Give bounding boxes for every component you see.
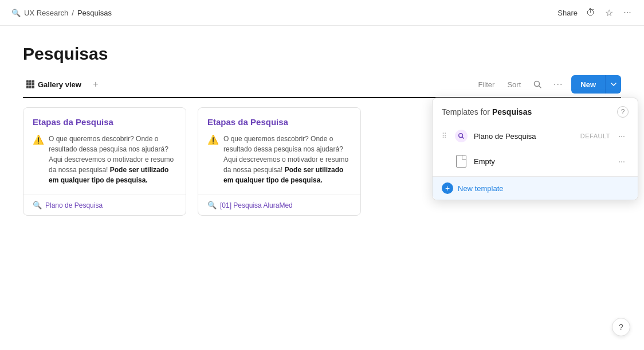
card-body-1: Etapas da Pesquisa ⚠️ O que queremos des… xyxy=(23,108,186,195)
template-icon-2 xyxy=(453,153,469,169)
new-dropdown-button[interactable] xyxy=(605,75,621,94)
template-name-1: Plano de Pesquisa xyxy=(474,132,580,141)
template-drag-1: ⠿ xyxy=(442,132,453,140)
card-footer-icon-1: 🔍 xyxy=(33,201,42,209)
template-more-button-1[interactable]: ··· xyxy=(615,129,629,143)
card-footer-icon-2: 🔍 xyxy=(207,201,217,209)
share-button[interactable]: Share xyxy=(557,9,578,17)
card-footer-1: 🔍 Plano de Pesquisa xyxy=(23,195,186,215)
filter-button[interactable]: Filter xyxy=(475,78,498,91)
search-button[interactable] xyxy=(530,77,545,92)
star-icon[interactable]: ☆ xyxy=(604,7,614,18)
template-icon-1 xyxy=(453,128,469,144)
new-button[interactable]: New xyxy=(571,75,605,94)
template-more-button-2[interactable]: ··· xyxy=(615,154,629,168)
templates-title: Templates for Pesquisas xyxy=(442,107,532,116)
card-title-1: Etapas da Pesquisa xyxy=(33,117,176,127)
card-warning-2: ⚠️ O que queremos descobrir? Onde o resu… xyxy=(207,134,351,185)
warning-icon-1: ⚠️ xyxy=(33,134,44,145)
templates-header: Templates for Pesquisas ? xyxy=(433,98,638,123)
history-icon[interactable]: ⏱ xyxy=(586,7,596,18)
new-template-label: New template xyxy=(458,184,503,193)
search-circle-icon xyxy=(455,130,468,142)
template-name-2: Empty xyxy=(474,157,615,166)
new-button-group: New xyxy=(571,75,621,94)
card-text-2: O que queremos descobrir? Onde o resulta… xyxy=(223,134,351,185)
templates-dropdown: Templates for Pesquisas ? ⠿ Plano de Pes… xyxy=(432,98,638,200)
add-view-button[interactable]: + xyxy=(89,78,102,91)
breadcrumb: 🔍 UX Research / Pesquisas xyxy=(11,9,112,17)
topbar-right: Share ⏱ ☆ ··· xyxy=(557,7,633,18)
grid-icon xyxy=(26,80,34,88)
template-item-1[interactable]: ⠿ Plano de Pesquisa DEFAULT ··· xyxy=(435,123,635,149)
new-template-plus-icon: + xyxy=(442,182,453,194)
card-2[interactable]: Etapas da Pesquisa ⚠️ O que queremos des… xyxy=(198,107,361,216)
help-button[interactable]: ? xyxy=(612,318,630,336)
toolbar: Gallery view + Filter Sort ··· New xyxy=(23,75,621,98)
breadcrumb-current: Pesquisas xyxy=(77,9,112,17)
doc-icon xyxy=(456,155,466,168)
toolbar-left: Gallery view + xyxy=(23,78,102,91)
card-title-2: Etapas da Pesquisa xyxy=(207,117,351,127)
card-1[interactable]: Etapas da Pesquisa ⚠️ O que queremos des… xyxy=(23,107,186,216)
topbar: 🔍 UX Research / Pesquisas Share ⏱ ☆ ··· xyxy=(0,0,644,26)
more-icon[interactable]: ··· xyxy=(622,7,633,18)
svg-line-3 xyxy=(462,137,464,139)
toolbar-right: Filter Sort ··· New xyxy=(475,75,621,94)
card-footer-2: 🔍 [01] Pesquisa AluraMed xyxy=(198,195,360,215)
warning-icon-2: ⚠️ xyxy=(207,134,219,145)
card-warning-1: ⚠️ O que queremos descobrir? Onde o resu… xyxy=(33,134,176,185)
new-template-button[interactable]: + New template xyxy=(433,176,638,200)
sort-button[interactable]: Sort xyxy=(504,78,524,91)
gallery-view-button[interactable]: Gallery view xyxy=(23,78,85,91)
page-title: Pesquisas xyxy=(23,44,621,64)
search-icon: 🔍 xyxy=(11,9,21,17)
card-footer-text-2: [01] Pesquisa AluraMed xyxy=(220,201,293,209)
breadcrumb-workspace[interactable]: UX Research xyxy=(24,9,68,17)
more-options-button[interactable]: ··· xyxy=(551,77,566,92)
svg-line-1 xyxy=(539,86,541,88)
card-footer-text-1: Plano de Pesquisa xyxy=(45,201,103,209)
template-item-2[interactable]: Empty ··· xyxy=(435,149,635,174)
card-text-1: O que queremos descobrir? Onde o resulta… xyxy=(49,134,176,185)
template-default-badge-1: DEFAULT xyxy=(580,133,610,139)
card-body-2: Etapas da Pesquisa ⚠️ O que queremos des… xyxy=(198,108,360,195)
templates-help-button[interactable]: ? xyxy=(617,106,629,118)
gallery-view-label: Gallery view xyxy=(38,80,81,89)
breadcrumb-separator: / xyxy=(72,9,74,17)
